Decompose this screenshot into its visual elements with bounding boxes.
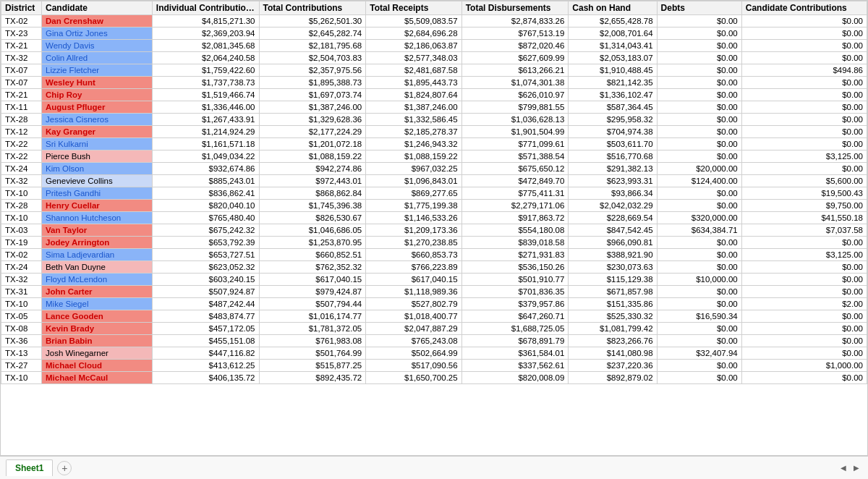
cell-cash: $230,073.63 [569, 261, 657, 274]
cell-cash: $228,669.54 [569, 212, 657, 224]
cell-individual: $653,727.51 [152, 249, 259, 261]
cell-cash: $2,655,428.78 [569, 15, 657, 27]
cell-total-contrib: $1,745,396.38 [259, 200, 366, 212]
cell-cash: $93,866.34 [569, 187, 657, 200]
table-row: TX-05Lance Gooden$483,874.77$1,016,174.7… [1, 310, 867, 323]
cell-total-disb: $626,010.97 [461, 89, 569, 101]
cell-cash: $1,910,488.45 [569, 64, 657, 77]
cell-cash: $623,993.31 [569, 175, 657, 187]
cell-district: TX-07 [1, 77, 42, 89]
cell-debts: $0.00 [657, 298, 741, 310]
cell-cash: $892,879.02 [569, 372, 657, 384]
cell-debts: $0.00 [657, 64, 741, 77]
cell-individual: $675,242.32 [152, 224, 259, 237]
cell-cand-contrib: $19,500.43 [741, 187, 867, 200]
cell-total-contrib: $507,794.44 [259, 298, 366, 310]
bottom-bar: Sheet1 + ◀ ▶ [0, 456, 868, 479]
cell-cash: $503,611.70 [569, 138, 657, 151]
cell-candidate: Sri Kulkarni [42, 138, 153, 151]
cell-candidate: Pierce Bush [42, 151, 153, 163]
cell-total-disb: $839,018.58 [461, 237, 569, 249]
nav-left-arrow[interactable]: ◀ [838, 462, 849, 474]
cell-cash: $388,921.90 [569, 249, 657, 261]
cell-individual: $1,336,446.00 [152, 101, 259, 114]
cell-total-receipts: $1,088,159.22 [366, 151, 461, 163]
cell-candidate: Henry Cuellar [42, 200, 153, 212]
cell-individual: $507,924.87 [152, 286, 259, 298]
cell-individual: $653,792.39 [152, 237, 259, 249]
cell-debts: $0.00 [657, 138, 741, 151]
cell-debts: $0.00 [657, 187, 741, 200]
cell-debts: $0.00 [657, 114, 741, 126]
cell-total-receipts: $2,481,687.58 [366, 64, 461, 77]
cell-total-contrib: $1,201,072.18 [259, 138, 366, 151]
cell-district: TX-05 [1, 310, 42, 323]
table-row: TX-27Michael Cloud$413,612.25$515,877.25… [1, 360, 867, 372]
cell-total-contrib: $979,424.87 [259, 286, 366, 298]
cell-cand-contrib: $0.00 [741, 323, 867, 335]
cell-individual: $455,151.08 [152, 335, 259, 347]
table-row: TX-28Henry Cuellar$820,040.10$1,745,396.… [1, 200, 867, 212]
cell-total-contrib: $892,435.72 [259, 372, 366, 384]
cell-cand-contrib: $1,000.00 [741, 360, 867, 372]
cell-individual: $603,240.15 [152, 274, 259, 286]
cell-candidate: Kevin Brady [42, 323, 153, 335]
cell-cash: $291,382.13 [569, 163, 657, 175]
cell-cash: $2,042,032.29 [569, 200, 657, 212]
cell-total-receipts: $2,577,348.03 [366, 52, 461, 64]
nav-right-arrow[interactable]: ▶ [851, 462, 862, 474]
cell-cand-contrib: $0.00 [741, 237, 867, 249]
cell-candidate: Jessica Cisneros [42, 114, 153, 126]
cell-candidate: Gina Ortiz Jones [42, 27, 153, 40]
table-row: TX-10Mike Siegel$487,242.44$507,794.44$5… [1, 298, 867, 310]
cell-debts: $0.00 [657, 126, 741, 138]
cell-debts: $0.00 [657, 40, 741, 52]
cell-total-disb: $701,836.35 [461, 286, 569, 298]
cell-candidate: Genevieve Collins [42, 175, 153, 187]
cell-debts: $0.00 [657, 261, 741, 274]
cell-total-disb: $775,411.31 [461, 187, 569, 200]
table-row: TX-32Colin Allred$2,064,240.58$2,504,703… [1, 52, 867, 64]
cell-total-receipts: $765,243.08 [366, 335, 461, 347]
cell-cand-contrib: $0.00 [741, 372, 867, 384]
cell-cand-contrib: $7,037.58 [741, 224, 867, 237]
cell-total-receipts: $660,853.73 [366, 249, 461, 261]
cell-total-receipts: $1,775,199.38 [366, 200, 461, 212]
cell-total-disb: $872,020.46 [461, 40, 569, 52]
cell-total-disb: $820,008.09 [461, 372, 569, 384]
header-individual: Individual Contributions [152, 1, 259, 15]
cell-district: TX-24 [1, 261, 42, 274]
cell-total-contrib: $515,877.25 [259, 360, 366, 372]
cell-cand-contrib: $0.00 [741, 77, 867, 89]
cell-candidate: Michael Cloud [42, 360, 153, 372]
cell-total-disb: $2,279,171.06 [461, 200, 569, 212]
cell-district: TX-11 [1, 101, 42, 114]
cell-candidate: Lance Gooden [42, 310, 153, 323]
cell-cash: $1,314,043.41 [569, 40, 657, 52]
cell-district: TX-07 [1, 64, 42, 77]
cell-total-receipts: $1,246,943.32 [366, 138, 461, 151]
add-sheet-button[interactable]: + [57, 461, 72, 475]
cell-debts: $0.00 [657, 372, 741, 384]
cell-total-contrib: $762,352.32 [259, 261, 366, 274]
cell-candidate: Wendy Davis [42, 40, 153, 52]
spreadsheet-container[interactable]: District Candidate Individual Contributi… [0, 0, 868, 456]
cell-individual: $487,242.44 [152, 298, 259, 310]
cell-district: TX-32 [1, 52, 42, 64]
cell-cash: $847,542.45 [569, 224, 657, 237]
nav-arrows: ◀ ▶ [838, 462, 862, 474]
cell-total-receipts: $502,664.99 [366, 347, 461, 360]
cell-debts: $0.00 [657, 249, 741, 261]
cell-district: TX-24 [1, 163, 42, 175]
cell-total-receipts: $1,824,807.64 [366, 89, 461, 101]
cell-cand-contrib: $2.00 [741, 298, 867, 310]
cell-individual: $1,214,924.29 [152, 126, 259, 138]
cell-total-disb: $337,562.61 [461, 360, 569, 372]
cell-individual: $765,480.40 [152, 212, 259, 224]
cell-cash: $295,958.32 [569, 114, 657, 126]
cell-cand-contrib: $0.00 [741, 261, 867, 274]
table-row: TX-24Kim Olson$932,674.86$942,274.86$967… [1, 163, 867, 175]
sheet-tab[interactable]: Sheet1 [6, 459, 53, 476]
cell-total-receipts: $2,185,278.37 [366, 126, 461, 138]
cell-district: TX-08 [1, 323, 42, 335]
